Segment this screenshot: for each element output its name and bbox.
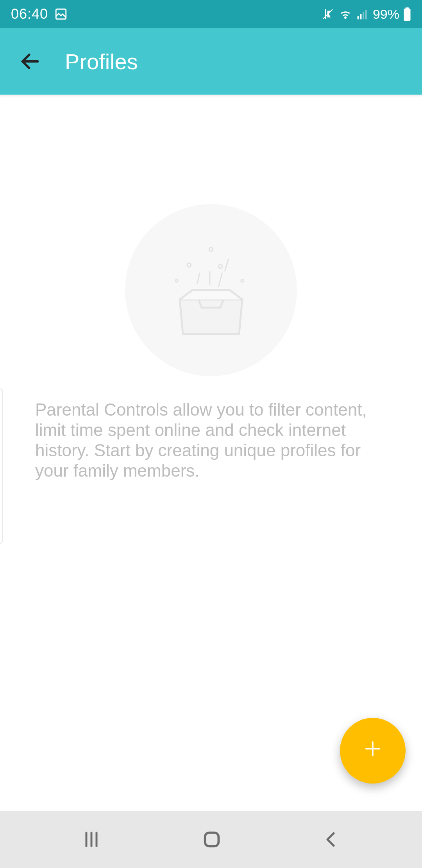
wifi-icon: + <box>338 7 352 21</box>
svg-line-14 <box>197 273 200 284</box>
home-button[interactable] <box>202 829 222 850</box>
svg-line-16 <box>218 273 222 287</box>
status-left: 06:40 <box>11 6 68 22</box>
signal-icon <box>356 8 369 20</box>
status-bar: 06:40 + 99% <box>0 0 422 28</box>
svg-point-12 <box>175 280 178 282</box>
svg-text:+: + <box>347 16 349 22</box>
empty-box-illustration <box>125 204 297 376</box>
side-edge-tab[interactable] <box>0 388 3 544</box>
status-time: 06:40 <box>11 6 48 22</box>
plus-icon <box>363 737 383 764</box>
system-nav-bar <box>0 811 422 868</box>
svg-point-11 <box>218 264 222 268</box>
svg-rect-23 <box>205 833 219 846</box>
back-button[interactable] <box>19 50 41 73</box>
svg-point-13 <box>241 280 243 282</box>
picture-icon <box>54 7 68 21</box>
svg-point-9 <box>209 247 213 251</box>
svg-point-10 <box>187 263 191 267</box>
add-profile-fab[interactable] <box>340 718 406 784</box>
content-area: Parental Controls allow you to filter co… <box>0 95 422 811</box>
svg-rect-7 <box>406 7 409 9</box>
svg-rect-2 <box>358 16 359 19</box>
battery-icon <box>403 7 411 21</box>
back-nav-button[interactable] <box>322 830 341 849</box>
vibrate-mute-icon <box>321 7 334 21</box>
svg-rect-3 <box>360 14 361 19</box>
app-bar: Profiles <box>0 28 422 95</box>
svg-rect-6 <box>404 9 411 21</box>
battery-percent: 99% <box>373 7 399 22</box>
svg-rect-5 <box>365 10 367 19</box>
recents-button[interactable] <box>81 829 102 850</box>
svg-line-17 <box>225 259 229 271</box>
page-title: Profiles <box>65 49 138 74</box>
svg-rect-4 <box>363 12 364 20</box>
status-right: + 99% <box>321 7 411 22</box>
empty-state-text: Parental Controls allow you to filter co… <box>35 400 399 481</box>
